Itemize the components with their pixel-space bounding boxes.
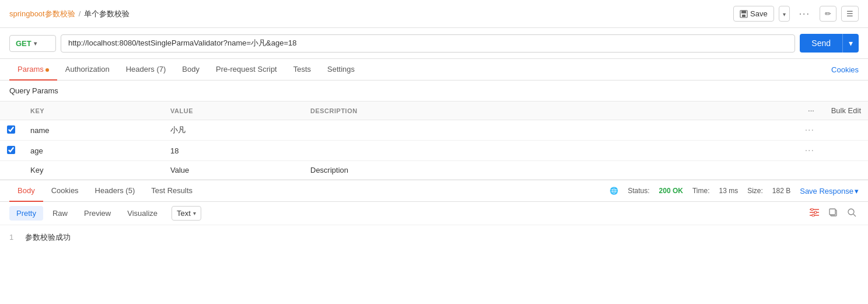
status-code: 200 OK [659, 187, 683, 195]
row-1-description[interactable] [303, 120, 798, 141]
row-2-description[interactable] [303, 141, 798, 161]
svg-point-7 [814, 211, 817, 214]
svg-point-11 [848, 209, 854, 215]
tab-tests[interactable]: Tests [285, 59, 319, 81]
row-2-value[interactable]: 18 [163, 141, 303, 161]
status-label: Status: [628, 187, 649, 195]
line-number: 1 [9, 233, 13, 242]
edit-button[interactable]: ✏ [820, 6, 836, 22]
size-value: 182 B [772, 187, 790, 195]
tab-pre-request[interactable]: Pre-request Script [208, 59, 285, 81]
svg-rect-10 [830, 209, 835, 215]
request-tabs-row: Params Authorization Headers (7) Body Pr… [0, 59, 868, 81]
format-tab-raw[interactable]: Raw [46, 206, 75, 221]
send-button-label: Send [800, 34, 842, 53]
search-icon[interactable] [845, 205, 859, 221]
top-actions: Save ▾ ··· ✏ ☰ [733, 6, 859, 22]
params-table: KEY VALUE DESCRIPTION ··· Bulk Edit name… [0, 101, 868, 180]
copy-svg [828, 208, 838, 217]
method-chevron-icon: ▾ [34, 40, 37, 47]
svg-point-6 [811, 208, 813, 211]
method-select[interactable]: GET ▾ [9, 35, 56, 52]
response-content: 1 参数校验成功 [0, 225, 868, 260]
col-header-key: KEY [23, 102, 163, 120]
response-tab-test-results[interactable]: Test Results [143, 180, 201, 202]
breadcrumb: springboot参数校验 / 单个参数校验 [9, 9, 130, 19]
document-icon: ☰ [846, 9, 853, 18]
params-dot [46, 68, 49, 72]
format-tab-preview[interactable]: Preview [77, 206, 118, 221]
url-bar: GET ▾ Send ▾ [0, 28, 868, 59]
format-actions [807, 205, 859, 221]
size-label: Size: [747, 187, 763, 195]
breadcrumb-current: 单个参数校验 [84, 9, 130, 19]
response-tab-body[interactable]: Body [9, 180, 43, 202]
format-type-chevron-icon: ▾ [193, 210, 196, 216]
empty-key-input[interactable]: Key [23, 161, 163, 180]
response-text: 参数校验成功 [25, 233, 71, 242]
svg-rect-2 [742, 15, 746, 17]
table-row: age 18 ··· [0, 141, 868, 161]
document-button[interactable]: ☰ [841, 6, 859, 22]
edit-icon: ✏ [825, 9, 831, 18]
save-dropdown-button[interactable]: ▾ [779, 6, 790, 22]
format-type-label: Text [177, 209, 191, 218]
table-row: name 小凡 ··· [0, 120, 868, 141]
col-header-description: DESCRIPTION [303, 102, 798, 120]
response-tab-cookies[interactable]: Cookies [43, 180, 87, 202]
format-bar: Pretty Raw Preview Visualize Text ▾ [0, 202, 868, 225]
col-header-check [0, 102, 23, 120]
response-status-bar: 🌐 Status: 200 OK Time: 13 ms Size: 182 B… [610, 187, 859, 195]
query-params-label: Query Params [0, 81, 868, 101]
format-tab-visualize[interactable]: Visualize [120, 206, 164, 221]
chevron-down-icon: ▾ [783, 11, 786, 18]
method-label: GET [16, 39, 32, 48]
top-bar: springboot参数校验 / 单个参数校验 Save ▾ ··· ✏ ☰ [0, 0, 868, 28]
empty-value-input[interactable]: Value [163, 161, 303, 180]
search-svg [847, 208, 856, 217]
filter-icon[interactable] [807, 206, 821, 221]
tab-body[interactable]: Body [174, 59, 208, 81]
tab-authorization[interactable]: Authorization [57, 59, 118, 81]
col-header-bulk: Bulk Edit [821, 102, 868, 120]
bulk-edit-button[interactable]: Bulk Edit [831, 106, 861, 115]
save-response-button[interactable]: Save Response ▾ [800, 187, 859, 195]
send-button[interactable]: Send ▾ [800, 34, 859, 53]
col-header-value: VALUE [163, 102, 303, 120]
format-type-dropdown[interactable]: Text ▾ [172, 206, 201, 221]
tab-params[interactable]: Params [9, 59, 57, 81]
time-value: 13 ms [719, 187, 738, 195]
svg-rect-1 [741, 11, 746, 13]
save-button[interactable]: Save [733, 6, 774, 22]
row-2-checkbox[interactable] [7, 146, 15, 154]
response-section: Body Cookies Headers (5) Test Results 🌐 … [0, 180, 868, 260]
row-1-value[interactable]: 小凡 [163, 120, 303, 141]
time-label: Time: [692, 187, 710, 195]
row-2-key[interactable]: age [23, 141, 163, 161]
send-dropdown-icon[interactable]: ▾ [842, 34, 859, 53]
more-options-button[interactable]: ··· [794, 6, 815, 22]
row-1-checkbox[interactable] [7, 125, 15, 134]
row-1-more-icon[interactable]: ··· [805, 125, 814, 135]
breadcrumb-parent[interactable]: springboot参数校验 [9, 9, 75, 19]
globe-icon: 🌐 [610, 187, 618, 195]
filter-svg [810, 208, 819, 216]
url-input[interactable] [61, 34, 795, 53]
save-icon [740, 10, 748, 18]
row-2-more-icon[interactable]: ··· [805, 145, 814, 155]
response-tabs-row: Body Cookies Headers (5) Test Results 🌐 … [0, 180, 868, 202]
tab-headers[interactable]: Headers (7) [118, 59, 174, 81]
svg-line-12 [853, 214, 856, 216]
table-row-empty: Key Value Description [0, 161, 868, 180]
breadcrumb-separator: / [79, 9, 81, 18]
row-1-key[interactable]: name [23, 120, 163, 141]
response-tab-headers[interactable]: Headers (5) [87, 180, 144, 202]
cookies-link[interactable]: Cookies [831, 60, 859, 80]
empty-desc-input[interactable]: Description [303, 161, 798, 180]
copy-icon[interactable] [826, 205, 840, 221]
format-tab-pretty[interactable]: Pretty [9, 206, 43, 221]
tab-settings[interactable]: Settings [319, 59, 363, 81]
save-response-chevron-icon: ▾ [855, 187, 859, 195]
svg-point-8 [812, 214, 814, 216]
col-header-more: ··· [798, 102, 821, 120]
